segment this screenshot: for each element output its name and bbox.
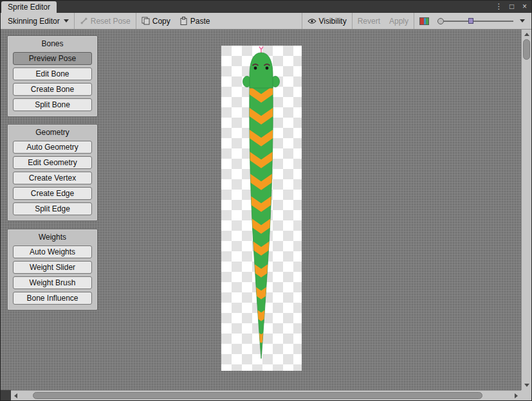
preview-pose-button[interactable]: Preview Pose: [13, 52, 92, 65]
main-canvas[interactable]: Bones Preview Pose Edit Bone Create Bone…: [1, 30, 521, 390]
bone-influence-button[interactable]: Bone Influence: [13, 292, 92, 305]
slider-track[interactable]: [473, 21, 513, 22]
rgb-swatch-icon: [419, 17, 429, 25]
create-bone-button[interactable]: Create Bone: [13, 83, 92, 96]
revert-button[interactable]: Revert: [353, 13, 385, 29]
edit-geometry-button[interactable]: Edit Geometry: [13, 156, 92, 169]
zoom-slider-knob[interactable]: [437, 18, 444, 24]
scroll-down-arrow[interactable]: [524, 384, 529, 387]
revert-label: Revert: [358, 17, 380, 26]
vertical-scroll-thumb[interactable]: [523, 39, 530, 60]
geometry-panel-title: Geometry: [13, 128, 92, 137]
horizontal-scroll-thumb[interactable]: [33, 392, 482, 399]
reset-pose-icon: [80, 17, 88, 25]
scroll-right-arrow[interactable]: [515, 393, 518, 398]
split-edge-button[interactable]: Split Edge: [13, 202, 92, 215]
chevron-down-icon: [64, 19, 69, 22]
maximize-icon[interactable]: □: [508, 1, 516, 13]
paste-button[interactable]: Paste: [175, 13, 215, 29]
horizontal-scrollbar[interactable]: [11, 390, 521, 400]
bones-panel-title: Bones: [13, 39, 92, 48]
scroll-left-arrow[interactable]: [14, 393, 17, 398]
options-dropdown[interactable]: [517, 13, 529, 29]
weights-panel: Weights Auto Weights Weight Slider Weigh…: [7, 229, 98, 310]
toolbar-separator: [74, 13, 75, 29]
visibility-button[interactable]: Visibility: [303, 13, 351, 29]
copy-button[interactable]: Copy: [137, 13, 175, 29]
copy-label: Copy: [152, 17, 170, 26]
bones-panel: Bones Preview Pose Edit Bone Create Bone…: [7, 35, 98, 117]
sprite-editor-window: Sprite Editor ⋮ □ × Skinning Editor Rese…: [0, 0, 532, 401]
toolbar-separator: [414, 13, 414, 29]
copy-icon: [142, 17, 150, 25]
snake-head: [243, 53, 280, 88]
skinning-editor-label: Skinning Editor: [8, 17, 60, 26]
edit-bone-button[interactable]: Edit Bone: [13, 67, 92, 80]
paste-icon: [179, 17, 188, 25]
toolbar-separator: [352, 13, 353, 29]
auto-geometry-button[interactable]: Auto Geometry: [13, 141, 92, 154]
paste-label: Paste: [190, 17, 210, 26]
auto-weights-button[interactable]: Auto Weights: [13, 245, 92, 258]
bottom-left-corner: [1, 390, 11, 400]
sprite-canvas[interactable]: [221, 46, 302, 371]
weight-slider-button[interactable]: Weight Slider: [13, 261, 92, 274]
vertical-scrollbar[interactable]: [521, 30, 531, 390]
apply-label: Apply: [389, 17, 408, 26]
title-bar: Sprite Editor ⋮ □ ×: [1, 1, 531, 13]
bottom-right-corner: [521, 390, 531, 400]
snake-eye-left: [254, 67, 257, 70]
scroll-up-arrow[interactable]: [524, 33, 529, 36]
toolbar: Skinning Editor Reset Pose Copy: [1, 13, 531, 30]
visibility-label: Visibility: [319, 17, 347, 26]
reset-pose-label: Reset Pose: [91, 17, 131, 26]
tab-sprite-editor[interactable]: Sprite Editor: [1, 1, 57, 13]
slider-track[interactable]: [444, 21, 468, 22]
weight-brush-button[interactable]: Weight Brush: [13, 276, 92, 289]
toolbar-separator: [136, 13, 136, 29]
geometry-panel: Geometry Auto Geometry Edit Geometry Cre…: [7, 124, 98, 221]
apply-button[interactable]: Apply: [385, 13, 413, 29]
create-vertex-button[interactable]: Create Vertex: [13, 172, 92, 184]
close-icon[interactable]: ×: [520, 1, 529, 13]
snake-eye-right: [266, 67, 269, 70]
mip-slider-thumb[interactable]: [468, 18, 473, 24]
rgb-alpha-toggle-button[interactable]: [415, 13, 434, 29]
snake-sprite: [221, 46, 302, 371]
eye-icon: [307, 18, 316, 24]
create-edge-button[interactable]: Create Edge: [13, 187, 92, 200]
weights-panel-title: Weights: [13, 233, 92, 242]
toolbar-separator: [302, 13, 302, 29]
reset-pose-button[interactable]: Reset Pose: [75, 13, 135, 29]
chevron-down-icon: [520, 19, 525, 22]
split-bone-button[interactable]: Split Bone: [13, 98, 92, 111]
skinning-editor-dropdown[interactable]: Skinning Editor: [3, 13, 73, 29]
kebab-menu-icon[interactable]: ⋮: [495, 1, 503, 13]
snake-tongue: [259, 47, 263, 54]
zoom-slider[interactable]: [437, 18, 513, 24]
